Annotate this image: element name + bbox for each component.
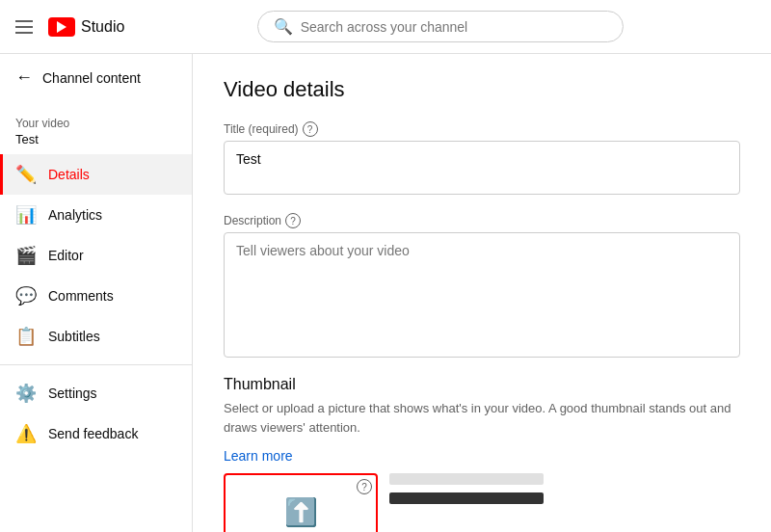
body: ← Channel content Your video Test ✏️ Det…	[0, 54, 771, 532]
description-help-icon[interactable]: ?	[285, 213, 301, 228]
main-content: Video details Title (required) ? Test De…	[193, 54, 771, 532]
thumbnail-description: Select or upload a picture that shows wh…	[224, 399, 740, 437]
search-bar: 🔍	[124, 11, 756, 42]
sidebar-item-settings[interactable]: ⚙️ Settings	[0, 373, 192, 413]
editor-label: Editor	[48, 248, 84, 263]
analytics-label: Analytics	[48, 207, 102, 223]
back-arrow-icon: ←	[15, 67, 33, 88]
logo: Studio	[48, 17, 124, 37]
description-label: Description ?	[224, 213, 740, 228]
comments-icon: 💬	[15, 285, 35, 306]
sidebar-item-details[interactable]: ✏️ Details	[0, 154, 192, 195]
feedback-icon: ⚠️	[15, 423, 35, 444]
title-help-icon[interactable]: ?	[303, 121, 318, 137]
sidebar: ← Channel content Your video Test ✏️ Det…	[0, 54, 193, 532]
thumbnail-area: ⬆️ Upload thumbnail ?	[224, 473, 740, 532]
thumbnail-title: Thumbnail	[224, 376, 740, 393]
sidebar-item-subtitles[interactable]: 📋 Subtitles	[0, 316, 192, 357]
thumb-spacer	[389, 512, 544, 527]
thumb-line-2	[389, 492, 544, 504]
back-label: Channel content	[42, 70, 141, 86]
analytics-icon: 📊	[15, 204, 35, 226]
sidebar-item-comments[interactable]: 💬 Comments	[0, 276, 192, 316]
your-video-title: Test	[15, 132, 176, 146]
upload-thumbnail-box[interactable]: ⬆️ Upload thumbnail ?	[224, 473, 378, 532]
title-label: Title (required) ?	[224, 121, 740, 137]
feedback-label: Send feedback	[48, 426, 138, 441]
sidebar-item-editor[interactable]: 🎬 Editor	[0, 235, 192, 276]
learn-more-link[interactable]: Learn more	[224, 448, 293, 464]
thumbnail-previews	[389, 473, 544, 532]
menu-button[interactable]	[15, 20, 33, 34]
subtitles-label: Subtitles	[48, 329, 100, 344]
subtitles-icon: 📋	[15, 326, 35, 347]
page-title: Video details	[224, 77, 740, 102]
youtube-logo-icon	[48, 17, 75, 37]
back-nav[interactable]: ← Channel content	[0, 54, 192, 101]
description-input[interactable]	[224, 232, 740, 358]
settings-label: Settings	[48, 386, 97, 401]
thumb-line-1	[389, 473, 544, 485]
header: Studio 🔍	[0, 0, 771, 54]
description-label-text: Description	[224, 214, 281, 227]
header-left: Studio	[15, 17, 124, 37]
title-input[interactable]: Test	[224, 141, 740, 195]
sidebar-item-feedback[interactable]: ⚠️ Send feedback	[0, 413, 192, 454]
search-wrapper[interactable]: 🔍	[257, 11, 624, 42]
sidebar-item-analytics[interactable]: 📊 Analytics	[0, 195, 192, 235]
upload-help-icon[interactable]: ?	[357, 479, 372, 494]
search-input[interactable]	[301, 19, 607, 35]
details-icon: ✏️	[15, 164, 35, 185]
thumbnail-section: Thumbnail Select or upload a picture tha…	[224, 376, 740, 532]
description-field: Description ?	[224, 213, 740, 360]
title-label-text: Title (required)	[224, 122, 299, 136]
thumbnail-desc-text: Select or upload a picture that shows wh…	[224, 401, 731, 435]
comments-label: Comments	[48, 288, 114, 304]
upload-icon: ⬆️	[284, 496, 318, 528]
editor-icon: 🎬	[15, 245, 35, 266]
title-field: Title (required) ? Test	[224, 121, 740, 198]
your-video-section: Your video Test	[0, 101, 192, 154]
sidebar-divider	[0, 364, 192, 365]
search-icon: 🔍	[274, 17, 293, 36]
your-video-label: Your video	[15, 117, 176, 130]
details-label: Details	[48, 167, 90, 182]
settings-icon: ⚙️	[15, 383, 35, 404]
studio-label: Studio	[81, 18, 124, 36]
